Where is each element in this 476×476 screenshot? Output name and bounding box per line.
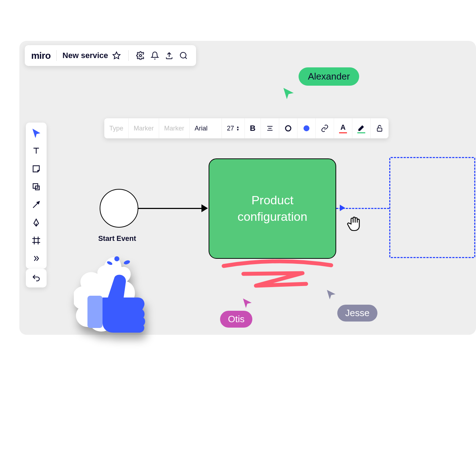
search-icon[interactable] [177, 49, 190, 62]
user-badge-jesse: Jesse [337, 305, 377, 322]
board-name[interactable]: New service [62, 51, 108, 60]
start-event-label: Start Event [98, 234, 136, 243]
hand-cursor-icon [346, 215, 363, 232]
highlight-button[interactable] [352, 118, 371, 138]
process-node[interactable]: Product configuration [209, 158, 336, 259]
arrow-head-icon [201, 204, 208, 212]
topbar: miro New service [25, 45, 196, 66]
thumbs-up-sticker[interactable] [74, 251, 160, 337]
connector-line[interactable] [138, 208, 206, 209]
connector-tool[interactable] [29, 198, 43, 211]
upload-icon[interactable] [163, 49, 175, 62]
select-tool[interactable] [29, 126, 43, 140]
cursor-icon [325, 289, 337, 300]
star-icon[interactable] [110, 49, 123, 62]
border-color-button[interactable] [279, 118, 298, 138]
separator [56, 50, 57, 61]
link-button[interactable] [316, 118, 334, 138]
left-toolbar [26, 123, 47, 269]
svg-point-22 [123, 260, 130, 265]
scribble-drawing[interactable] [220, 259, 335, 295]
marker2-dropdown[interactable]: Marker [159, 118, 190, 138]
svg-rect-19 [377, 128, 382, 131]
gear-icon[interactable] [134, 49, 147, 62]
bold-button[interactable]: B [245, 118, 261, 138]
undo-button[interactable] [26, 269, 47, 287]
svg-marker-0 [113, 52, 120, 59]
bell-icon[interactable] [149, 49, 161, 62]
font-dropdown[interactable]: Arial [190, 118, 222, 138]
sticky-note-tool[interactable] [29, 162, 43, 176]
start-event-node[interactable] [100, 189, 138, 228]
svg-point-1 [139, 54, 142, 57]
shape-tool[interactable] [29, 180, 43, 194]
arrow-head-icon [340, 205, 345, 211]
more-tools[interactable] [29, 252, 43, 265]
cursor-icon [282, 87, 295, 100]
text-tool[interactable] [29, 144, 43, 158]
marker1-dropdown[interactable]: Marker [129, 118, 159, 138]
svg-point-21 [114, 256, 119, 261]
frame-tool[interactable] [29, 234, 43, 247]
selection-box[interactable] [389, 157, 475, 258]
pen-tool[interactable] [29, 216, 43, 229]
app-logo: miro [31, 50, 51, 61]
type-dropdown[interactable]: Type [104, 118, 129, 138]
svg-point-17 [286, 126, 291, 131]
user-badge-alexander: Alexander [299, 67, 359, 86]
svg-line-4 [185, 57, 186, 59]
user-badge-otis: Otis [220, 311, 252, 328]
format-toolbar: Type Marker Marker Arial 27 ▲▼ B A [104, 118, 389, 138]
svg-point-18 [304, 125, 310, 132]
fill-color-button[interactable] [298, 118, 316, 138]
text-color-button[interactable]: A [334, 118, 352, 138]
font-size-stepper[interactable]: 27 ▲▼ [222, 118, 245, 138]
lock-button[interactable] [371, 118, 389, 138]
svg-rect-20 [87, 296, 103, 328]
cursor-icon [242, 298, 253, 309]
align-button[interactable] [261, 118, 279, 138]
svg-point-3 [180, 52, 186, 58]
separator [128, 50, 129, 61]
